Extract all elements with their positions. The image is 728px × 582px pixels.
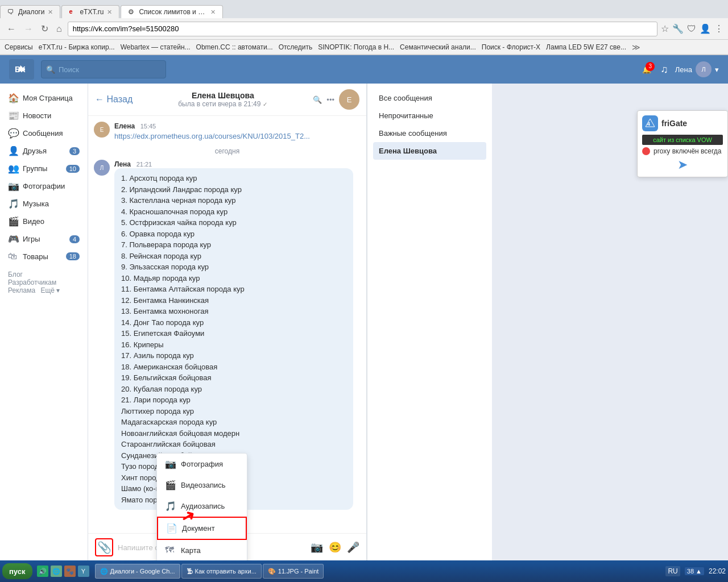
taskbar-item-dialogi[interactable]: 🌐 Диалоги - Google Ch... [95, 564, 180, 579]
video-icon: 🎬 [8, 216, 18, 227]
taskbar-tray: 🔊 🌐 🐾 Y [37, 566, 89, 577]
taskbar-label-arxiv: Как отправить архи... [195, 568, 257, 575]
sidebar-item-video[interactable]: 🎬 Видео [0, 213, 88, 230]
list-item: 2. Ирландский Ландрас порода кур [121, 184, 346, 196]
vk-search-box[interactable]: 🔍 [41, 60, 166, 78]
sidebar-item-photos[interactable]: 📷 Фотографии [0, 177, 88, 195]
market-badge: 18 [66, 252, 80, 260]
tab-close-active[interactable]: ✕ [210, 9, 216, 16]
bookmark-semantic[interactable]: Семантический анали... [400, 43, 476, 51]
tab-etxt[interactable]: e eTXT.ru ✕ [61, 5, 119, 18]
bookmark-webartex[interactable]: Webartex — статейн... [121, 43, 191, 51]
frigate-widget: 4 friGate сайт из списка VOW proxy включ… [637, 110, 728, 177]
user-name: Лена [675, 65, 692, 74]
bookmark-obmen[interactable]: Obmen.CC :: автомати... [196, 43, 273, 51]
contacts-unread[interactable]: Непрочитанные [373, 107, 486, 124]
taskbar-item-paint[interactable]: 🎨 11.JPG - Paint [263, 564, 324, 579]
bookmark-etxt[interactable]: eTXT.ru - Биржа копир... [39, 43, 115, 51]
vk-search-input[interactable] [59, 65, 150, 74]
bookmark-otsledit[interactable]: Отследить [279, 43, 313, 51]
sidebar-label-groups: Группы [23, 164, 61, 173]
sidebar-footer: Блог Разработчикам Реклама Ещё ▾ [0, 265, 88, 300]
user-icon[interactable]: 👤 [700, 23, 711, 34]
forward-button[interactable]: → [22, 23, 35, 35]
contact-name: Елена Шевцова [137, 91, 308, 100]
header-user[interactable]: Лена Л ▾ [675, 61, 719, 77]
dropdown-video[interactable]: 🎬 Видеозапись [157, 475, 247, 496]
sidebar-label-video: Видео [23, 217, 80, 226]
sidebar-item-messages[interactable]: 💬 Сообщения [0, 124, 88, 142]
home-icon: 🏠 [8, 93, 18, 103]
contact-status: была в сети вчера в 21:49 ✓ [137, 100, 308, 108]
sidebar-item-games[interactable]: 🎮 Игры 4 [0, 230, 88, 248]
sidebar-item-music[interactable]: 🎵 Музыка [0, 195, 88, 213]
bookmarks-more-icon[interactable]: ≫ [632, 43, 640, 52]
dropdown-document[interactable]: 📄 Документ [157, 517, 247, 540]
tab-active[interactable]: ⚙ Список лимитов и ограни... ✕ [121, 5, 223, 18]
contacts-all[interactable]: Все сообщения [373, 89, 486, 107]
sidebar-item-news[interactable]: 📰 Новости [0, 107, 88, 124]
bookmark-florist[interactable]: Поиск - Флорист-Х [482, 43, 540, 51]
tab-favicon-active: ⚙ [128, 8, 136, 16]
frigate-arrow-icon[interactable]: ➤ [642, 157, 723, 172]
reload-button[interactable]: ↻ [39, 22, 51, 35]
sidebar-item-mypage[interactable]: 🏠 Моя Страница [0, 89, 88, 107]
tray-icon-1[interactable]: 🔊 [37, 566, 48, 577]
tray-icon-3[interactable]: 🐾 [64, 566, 76, 577]
list-item: 1. Арсхотц порода кур [121, 173, 346, 184]
tab-close-etxt[interactable]: ✕ [107, 9, 112, 16]
document-dropdown-icon: 📄 [166, 523, 176, 534]
bookmark-star-icon[interactable]: ☆ [661, 23, 669, 34]
back-button[interactable]: ← [5, 23, 18, 35]
list-item: 13. Бентамка мохноногая [121, 306, 346, 317]
more-options-icon[interactable]: ••• [326, 95, 334, 104]
notifications-bell[interactable]: 🔔 3 [642, 65, 651, 74]
back-button-conv[interactable]: ← Назад [95, 94, 133, 105]
footer-ads[interactable]: Реклама [8, 286, 35, 294]
msg-content-elena: Елена 15:45 https://edx.prometheus.org.u… [114, 122, 361, 142]
tab-close-dialogi[interactable]: ✕ [48, 9, 53, 16]
music-icon[interactable]: ♫ [660, 64, 668, 76]
msg-avatar-elena: Е [94, 122, 110, 138]
chrome-icon: 🌐 [100, 568, 108, 575]
sidebar-label-market: Товары [23, 252, 61, 261]
start-button[interactable]: пуск [2, 563, 32, 579]
home-button[interactable]: ⌂ [54, 23, 64, 35]
search-conversation-icon[interactable]: 🔍 [313, 95, 322, 104]
contacts-sidebar: Все сообщения Непрочитанные Важные сообщ… [367, 84, 492, 561]
sidebar-item-market[interactable]: 🛍 Товары 18 [0, 248, 88, 265]
footer-blog[interactable]: Блог [8, 271, 23, 278]
contacts-elena[interactable]: Елена Шевцова [373, 142, 486, 160]
sidebar-label-games: Игры [23, 235, 65, 243]
frigate-title: friGate [661, 119, 687, 128]
tray-icon-4[interactable]: Y [78, 566, 89, 577]
sidebar-item-groups[interactable]: 👥 Группы 10 [0, 160, 88, 177]
bookmark-sinoptik[interactable]: SINOPTIK: Погода в Н... [318, 43, 394, 51]
menu-icon[interactable]: ⋮ [714, 23, 723, 34]
tab-dialogi[interactable]: 🗨 Диалоги ✕ [0, 5, 60, 18]
msg-link[interactable]: https://edx.prometheus.org.ua/courses/KN… [114, 132, 310, 140]
taskbar-items: 🌐 Диалоги - Google Ch... 🗜 Как отправить… [95, 564, 660, 579]
seen-icon: ✓ [263, 101, 267, 107]
contacts-important[interactable]: Важные сообщения [373, 124, 486, 142]
voice-icon[interactable]: 🎤 [347, 541, 359, 554]
dropdown-audio[interactable]: 🎵 Аудиозапись [157, 496, 247, 517]
taskbar-item-arxiv[interactable]: 🗜 Как отправить архи... [181, 564, 262, 579]
footer-dev[interactable]: Разработчикам [8, 278, 56, 286]
frigate-url-bar[interactable]: сайт из списка VOW [642, 135, 723, 145]
bookmark-servisy[interactable]: Сервисы [5, 43, 33, 51]
camera-icon[interactable]: 📷 [311, 541, 323, 554]
dropdown-photo[interactable]: 📷 Фотография [157, 454, 247, 475]
bookmark-lampa[interactable]: Лампа LED 5W E27 све... [546, 43, 626, 51]
attach-button[interactable]: 📎 [95, 538, 113, 556]
extension-icon[interactable]: 🔧 [672, 23, 684, 34]
emoji-icon[interactable]: 😊 [329, 541, 341, 554]
sidebar-item-friends[interactable]: 👤 Друзья 3 [0, 142, 88, 160]
sidebar-label-messages: Сообщения [23, 129, 80, 138]
footer-more[interactable]: Ещё ▾ [40, 286, 60, 294]
address-bar[interactable] [68, 22, 657, 36]
dropdown-map[interactable]: 🗺 Карта [157, 540, 247, 560]
tray-icon-2[interactable]: 🌐 [51, 566, 62, 577]
sidebar-label-mypage: Моя Страница [23, 94, 80, 102]
vk-logo[interactable]: ВК [9, 59, 34, 80]
